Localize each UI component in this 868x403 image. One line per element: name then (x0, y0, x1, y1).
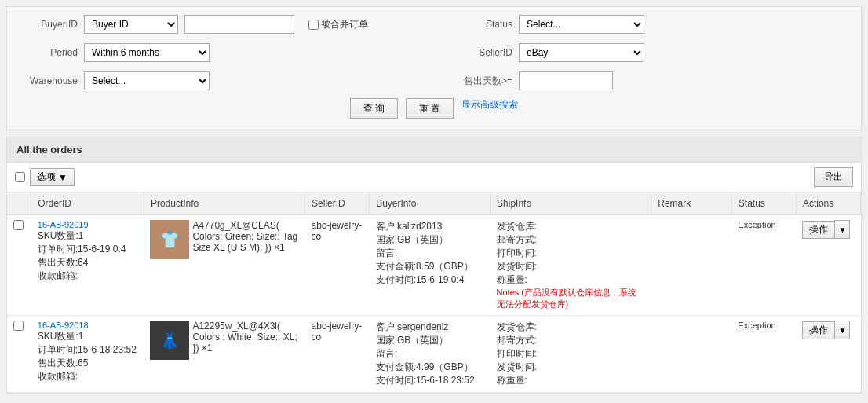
country: 国家:GB（英国） (376, 234, 449, 245)
ship-method: 邮寄方式: (497, 335, 537, 346)
pay-time: 支付时间:15-6-19 0:4 (376, 274, 465, 285)
action-group: 操作 ▼ (802, 321, 854, 339)
sold-days-label: 售出天数>= (458, 75, 512, 88)
country: 国家:GB（英国） (376, 335, 449, 346)
status-label: Status (458, 19, 512, 30)
action-dropdown-button[interactable]: ▼ (834, 321, 850, 339)
payment: 支付金额:4.99（GBP） (376, 361, 473, 372)
ship-time: 发货时间: (497, 361, 537, 372)
order-time: 订单时间:15-6-19 0:4 (38, 244, 126, 255)
product-desc: A12295w_XL@4X3l( Colors : White; Size:: … (192, 321, 298, 354)
product-image: 👗 (150, 321, 189, 360)
period-label: Period (23, 47, 78, 58)
buyer-name: 客户:kalizd2013 (376, 221, 443, 232)
remark-text: 留言: (376, 247, 397, 258)
col-buyerinfo: BuyerInfo (370, 192, 491, 215)
merge-order-label: 被合并订单 (308, 18, 368, 31)
warehouse-select[interactable]: Select... (84, 71, 210, 90)
seller-id-value: abc-jewelry-co (312, 321, 363, 343)
sold-days: 售出天数:65 (38, 357, 89, 368)
ship-info-cell: 发货仓库: 邮寄方式: 打印时间: 发货时间: 称重量: Notes:(产品没有… (491, 215, 651, 316)
remark-text: 留言: (376, 348, 397, 359)
chevron-down-icon: ▼ (58, 172, 67, 183)
seller-id-label: SellerID (458, 47, 512, 58)
actions-cell: 操作 ▼ (796, 215, 860, 316)
print-time: 打印时间: (497, 247, 537, 258)
action-button[interactable]: 操作 (802, 321, 834, 339)
col-status: Status (731, 192, 796, 215)
query-button[interactable]: 查 询 (350, 98, 398, 119)
weight: 称重量: (497, 274, 527, 285)
table-row: 16-AB-92018 SKU数量:1 订单时间:15-6-18 23:52 售… (7, 316, 861, 393)
order-id-link[interactable]: 16-AB-92018 (38, 321, 89, 330)
col-actions: Actions (796, 192, 860, 215)
orders-section: All the orders 选项 ▼ 导出 OrderID ProductIn… (6, 137, 862, 394)
ship-method: 邮寄方式: (497, 234, 537, 245)
row-checkbox[interactable] (13, 321, 24, 331)
seller-id-cell: abc-jewelry-co (305, 215, 370, 316)
ship-warehouse: 发货仓库: (497, 321, 537, 332)
remark-cell (651, 215, 732, 316)
action-dropdown-button[interactable]: ▼ (834, 220, 850, 239)
order-id-link[interactable]: 16-AB-92019 (38, 220, 89, 229)
remark-cell (651, 316, 732, 393)
buyer-info-cell: 客户:sergendeniz 国家:GB（英国） 留言: 支付金额:4.99（G… (370, 316, 491, 393)
buyer-name: 客户:sergendeniz (376, 321, 449, 332)
status-select[interactable]: Select... (519, 15, 644, 34)
product-info-cell: 👕 A4770g_XL@CLAS( Colors: Green; Size:: … (144, 215, 305, 316)
col-sellerid: SellerID (305, 192, 370, 215)
merge-order-checkbox[interactable] (308, 20, 319, 30)
sku-info: SKU数量:1 (38, 230, 84, 241)
status-badge: Exception (738, 220, 775, 229)
buyer-id-label: Buyer ID (23, 19, 78, 30)
status-cell: Exception (731, 316, 796, 393)
sold-days: 售出天数:64 (38, 257, 89, 268)
recv-addr: 收款邮箱: (38, 371, 78, 382)
table-row: 16-AB-92019 SKU数量:1 订单时间:15-6-19 0:4 售出天… (7, 215, 861, 316)
col-orderid: OrderID (31, 192, 144, 215)
product-image: 👕 (150, 220, 189, 259)
seller-id-value: abc-jewelry-co (312, 220, 363, 242)
ship-warehouse: 发货仓库: (497, 221, 537, 232)
filter-panel: Buyer ID Buyer ID 被合并订单 Period Within 6 … (6, 6, 862, 130)
weight: 称重量: (497, 375, 527, 386)
warehouse-label: Warehouse (23, 75, 78, 86)
orders-title: All the orders (7, 137, 861, 163)
export-button[interactable]: 导出 (814, 167, 853, 187)
buyer-info-cell: 客户:kalizd2013 国家:GB（英国） 留言: 支付金额:8.59（GB… (370, 215, 491, 316)
status-badge: Exception (738, 321, 775, 330)
col-productinfo: ProductInfo (144, 192, 305, 215)
order-id-cell: 16-AB-92019 SKU数量:1 订单时间:15-6-19 0:4 售出天… (31, 215, 144, 316)
select-options-button[interactable]: 选项 ▼ (30, 168, 75, 186)
period-select[interactable]: Within 6 months Within 3 months Within 1… (84, 43, 210, 62)
recv-addr: 收款邮箱: (38, 270, 78, 281)
action-group: 操作 ▼ (802, 220, 854, 239)
reset-button[interactable]: 重 置 (406, 98, 454, 119)
orders-table: OrderID ProductInfo SellerID BuyerInfo S… (7, 192, 861, 393)
seller-select[interactable]: eBay Amazon All (519, 43, 644, 62)
actions-cell: 操作 ▼ (796, 316, 860, 393)
advanced-search-link[interactable]: 显示高级搜索 (461, 98, 518, 119)
sold-days-input[interactable] (519, 71, 613, 90)
action-button[interactable]: 操作 (802, 221, 834, 239)
ship-info-cell: 发货仓库: 邮寄方式: 打印时间: 发货时间: 称重量: (491, 316, 651, 393)
status-cell: Exception (731, 215, 796, 316)
col-remark: Remark (651, 192, 732, 215)
order-id-cell: 16-AB-92018 SKU数量:1 订单时间:15-6-18 23:52 售… (31, 316, 144, 393)
pay-time: 支付时间:15-6-18 23:52 (376, 375, 475, 386)
sku-info: SKU数量:1 (38, 331, 84, 342)
payment: 支付金额:8.59（GBP） (376, 261, 473, 272)
ship-time: 发货时间: (497, 261, 537, 272)
product-info-cell: 👗 A12295w_XL@4X3l( Colors : White; Size:… (144, 316, 305, 393)
seller-id-cell: abc-jewelry-co (305, 316, 370, 393)
buyer-id-input[interactable] (184, 15, 294, 34)
orders-toolbar: 选项 ▼ 导出 (7, 163, 861, 192)
buyer-id-select[interactable]: Buyer ID (84, 15, 178, 34)
row-checkbox[interactable] (13, 220, 24, 230)
product-desc: A4770g_XL@CLAS( Colors: Green; Size:: Ta… (192, 220, 298, 253)
print-time: 打印时间: (497, 348, 537, 359)
col-shipinfo: ShipInfo (491, 192, 651, 215)
select-all-checkbox[interactable] (15, 172, 25, 182)
order-time: 订单时间:15-6-18 23:52 (38, 344, 137, 355)
